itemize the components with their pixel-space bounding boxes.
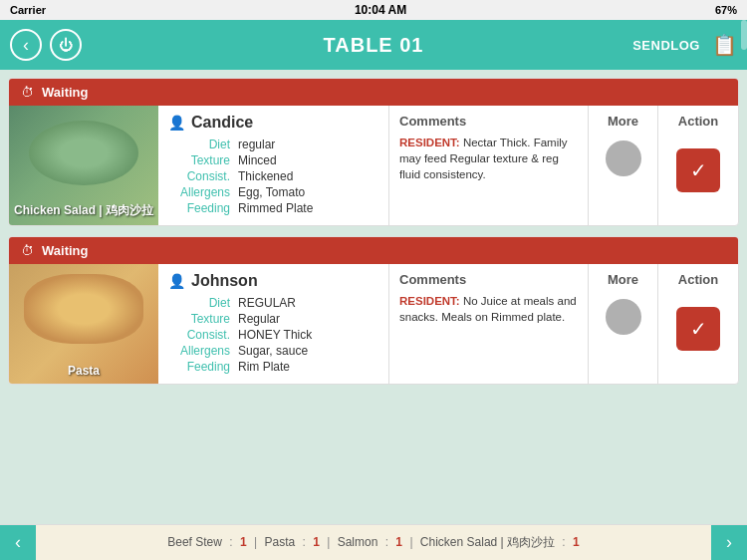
complete-order-button[interactable]: ✓ (676, 307, 720, 351)
time-display: 10:04 AM (355, 3, 406, 17)
resident-name-row: 👤 Candice (168, 114, 378, 132)
comments-col-header: Comments (399, 272, 578, 287)
consistency-row: Consist. HONEY Thick (168, 328, 378, 342)
texture-value: Regular (238, 312, 280, 326)
more-col-header: More (608, 272, 638, 287)
header-right-controls: SENDLOG 📋 (632, 33, 737, 57)
app-header: ‹ ⏻ TABLE 01 SENDLOG 📋 (0, 20, 747, 70)
comments-col-header: Comments (399, 114, 578, 129)
allergens-row: Allergens Sugar, sauce (168, 344, 378, 358)
main-content: ⏱ Waiting Chicken Salad | 鸡肉沙拉 👤 Candice… (0, 70, 747, 524)
consistency-value: Thickened (238, 169, 293, 183)
bottom-bar: ‹ Beef Stew : 1 | Pasta : 1 | Salmon : 1… (0, 524, 747, 560)
pasta-label: Pasta (264, 535, 295, 549)
person-icon: 👤 (168, 115, 185, 131)
order-comments: Comments RESIDENT: Nectar Thick. Family … (389, 106, 589, 225)
more-col-header: More (608, 114, 638, 129)
order-comments: Comments RESIDENT: No Juice at meals and… (389, 264, 589, 384)
diet-row: Diet REGULAR (168, 296, 378, 310)
order-card-header: ⏱ Waiting (9, 237, 738, 264)
header-left-controls: ‹ ⏻ (10, 29, 82, 61)
action-col-header: Action (678, 272, 718, 287)
order-card-body: Pasta 👤 Johnson Diet REGULAR Texture Reg… (9, 264, 738, 384)
waiting-status: Waiting (42, 85, 88, 100)
resident-name: Candice (191, 114, 253, 132)
sendlog-button[interactable]: SENDLOG (632, 38, 700, 53)
order-card-header: ⏱ Waiting (9, 79, 738, 106)
resident-details: 👤 Candice Diet regular Texture Minced Co… (158, 106, 389, 225)
order-action: Action ✓ (658, 264, 738, 384)
allergens-label: Allergens (168, 185, 238, 199)
bottom-summary-text: Beef Stew : 1 | Pasta : 1 | Salmon : 1 |… (167, 534, 579, 551)
complete-order-button[interactable]: ✓ (676, 148, 720, 192)
comment-text: RESIDENT: No Juice at meals and snacks. … (399, 293, 578, 325)
more-circle-button[interactable] (606, 299, 641, 335)
texture-value: Minced (238, 153, 277, 167)
food-image: Chicken Salad | 鸡肉沙拉 (9, 106, 158, 225)
beef-stew-label: Beef Stew (167, 535, 222, 549)
consistency-value: HONEY Thick (238, 328, 312, 342)
resident-details: 👤 Johnson Diet REGULAR Texture Regular C… (158, 264, 389, 384)
salmon-label: Salmon (338, 535, 378, 549)
order-more: More (589, 264, 658, 384)
feeding-value: Rim Plate (238, 360, 290, 374)
feeding-label: Feeding (168, 201, 238, 215)
person-icon: 👤 (168, 273, 185, 289)
food-name-label: Pasta (9, 364, 158, 378)
diet-row: Diet regular (168, 138, 378, 151)
header-scrollbar (741, 20, 747, 50)
texture-label: Texture (168, 312, 238, 326)
salmon-count: 1 (395, 535, 402, 549)
consistency-label: Consist. (168, 328, 238, 342)
diet-label: Diet (168, 138, 238, 151)
battery-indicator: 67% (715, 4, 737, 16)
diet-value: regular (238, 138, 275, 151)
feeding-row: Feeding Rimmed Plate (168, 201, 378, 215)
comment-resident-tag: RESIDENT: (399, 295, 460, 307)
allergens-value: Sugar, sauce (238, 344, 308, 358)
texture-row: Texture Minced (168, 153, 378, 167)
feeding-row: Feeding Rim Plate (168, 360, 378, 374)
order-action: Action ✓ (658, 106, 738, 225)
beef-stew-count: 1 (240, 535, 247, 549)
food-image: Pasta (9, 264, 158, 384)
allergens-row: Allergens Egg, Tomato (168, 185, 378, 199)
comment-text: RESIDENT: Nectar Thick. Family may feed … (399, 135, 578, 182)
nav-right-button[interactable]: › (711, 525, 747, 560)
allergens-value: Egg, Tomato (238, 185, 305, 199)
food-name-label: Chicken Salad | 鸡肉沙拉 (9, 202, 158, 219)
pasta-count: 1 (313, 535, 320, 549)
feeding-label: Feeding (168, 360, 238, 374)
order-more: More (589, 106, 658, 225)
texture-label: Texture (168, 153, 238, 167)
clock-icon: ⏱ (21, 85, 34, 100)
more-circle-button[interactable] (606, 140, 641, 176)
chicken-salad-label: Chicken Salad | 鸡肉沙拉 (420, 535, 555, 549)
consistency-label: Consist. (168, 169, 238, 183)
order-card: ⏱ Waiting Chicken Salad | 鸡肉沙拉 👤 Candice… (8, 78, 739, 226)
resident-name-row: 👤 Johnson (168, 272, 378, 290)
consistency-row: Consist. Thickened (168, 169, 378, 183)
waiting-status: Waiting (42, 243, 88, 258)
table-title: TABLE 01 (324, 34, 424, 57)
diet-value: REGULAR (238, 296, 296, 310)
clipboard-icon[interactable]: 📋 (712, 33, 737, 57)
nav-left-button[interactable]: ‹ (0, 525, 36, 560)
action-col-header: Action (678, 114, 718, 129)
texture-row: Texture Regular (168, 312, 378, 326)
order-card: ⏱ Waiting Pasta 👤 Johnson Diet REGULAR T… (8, 236, 739, 385)
clock-icon: ⏱ (21, 243, 34, 258)
back-button[interactable]: ‹ (10, 29, 42, 61)
carrier-text: Carrier (10, 4, 46, 16)
diet-label: Diet (168, 296, 238, 310)
order-card-body: Chicken Salad | 鸡肉沙拉 👤 Candice Diet regu… (9, 106, 738, 225)
comment-resident-tag: RESIDENT: (399, 137, 460, 148)
power-button[interactable]: ⏻ (50, 29, 82, 61)
chicken-salad-count: 1 (573, 535, 580, 549)
resident-name: Johnson (191, 272, 258, 290)
allergens-label: Allergens (168, 344, 238, 358)
status-bar: Carrier 10:04 AM 67% (0, 0, 747, 20)
feeding-value: Rimmed Plate (238, 201, 313, 215)
